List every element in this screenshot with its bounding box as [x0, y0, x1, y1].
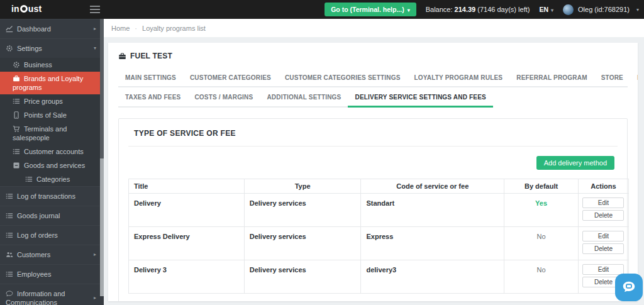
chevron-right-icon: ▸ — [94, 250, 96, 259]
column-header-title: Title — [129, 179, 245, 194]
by-default-value: Yes — [535, 199, 547, 207]
sidebar-scrollbar[interactable] — [100, 19, 104, 296]
delete-button[interactable]: Delete — [582, 210, 624, 221]
column-header-code-of-service-or-fee: Code of service or fee — [361, 179, 504, 194]
sidebar-item-label: Log of transactions — [17, 192, 75, 200]
sidebar-item-label: Customer accounts — [24, 148, 84, 155]
add-delivery-method-button[interactable]: Add delivery method — [536, 156, 614, 170]
cell-by-default: Yes — [504, 194, 579, 227]
sidebar-item-terminals-and-salespeople[interactable]: Terminals and salespeople — [0, 122, 100, 145]
mobile-icon — [13, 111, 20, 119]
tab-message-templates[interactable]: MESSAGE TEMPLATES — [630, 69, 638, 86]
breadcrumb-separator: · — [135, 25, 137, 32]
sidebar-item-points-of-sale[interactable]: Points of Sale — [0, 108, 100, 122]
logo-text-prefix: in — [11, 4, 19, 14]
sidebar-item-business[interactable]: Business — [0, 58, 100, 72]
list-icon — [6, 270, 13, 278]
tab-store[interactable]: STORE — [594, 69, 630, 86]
table-row: Express DeliveryDelivery servicesExpress… — [129, 227, 629, 260]
tab-customer-categories-settings[interactable]: CUSTOMER CATEGORIES SETTINGS — [278, 69, 408, 86]
balance-value: 214.39 — [455, 6, 476, 13]
balance-display: Balance: 214.39 (7146 day(s) left) — [426, 6, 530, 13]
speech-icon — [6, 290, 13, 297]
sidebar-item-label: Information and Communications — [6, 290, 65, 305]
sidebar-item-customers[interactable]: Customers▸ — [0, 245, 100, 264]
sidebar-item-dashboard[interactable]: Dashboard▸ — [0, 19, 100, 38]
sidebar-item-settings[interactable]: Settings▾ — [0, 38, 100, 58]
sidebar-item-log-of-orders[interactable]: Log of orders — [0, 225, 100, 245]
tab-referral-program[interactable]: REFERRAL PROGRAM — [509, 69, 594, 86]
main-content: Home · Loyalty programs list FUEL TEST M… — [104, 19, 644, 305]
chevron-down-icon: ▾ — [94, 44, 96, 53]
table-row: Delivery 3Delivery servicesdelivery3NoEd… — [129, 260, 629, 294]
menu-toggle-icon[interactable] — [90, 6, 100, 13]
box-icon — [13, 162, 20, 169]
table-row: DeliveryDelivery servicesStandartYesEdit… — [129, 194, 629, 227]
sidebar-item-label: Terminals and salespeople — [13, 125, 67, 141]
sidebar-item-brands-and-loyalty-programs[interactable]: Brands and Loyalty programs — [0, 72, 100, 94]
cell-actions: EditDelete — [578, 227, 628, 260]
sidebar-item-label: Goods journal — [17, 212, 60, 219]
tab-delivery-service-settings-and-fees[interactable]: DELIVERY SERVICE SETTINGS AND FEES — [348, 89, 493, 108]
cell-title: Express Delivery — [129, 227, 245, 260]
gear-icon — [6, 45, 13, 52]
sidebar-item-goods-and-services[interactable]: Goods and services — [0, 158, 100, 172]
program-card: FUEL TEST MAIN SETTINGSCUSTOMER CATEGORI… — [108, 43, 638, 301]
sidebar-item-price-groups[interactable]: Price groups — [0, 94, 100, 108]
sidebar-item-customer-accounts[interactable]: Customer accounts — [0, 145, 100, 158]
edit-button[interactable]: Edit — [582, 264, 624, 275]
sidebar-item-employees[interactable]: Employees — [0, 264, 100, 284]
cell-actions: EditDelete — [578, 194, 628, 227]
tab-customer-categories[interactable]: CUSTOMER CATEGORIES — [183, 69, 278, 86]
delete-button[interactable]: Delete — [582, 243, 624, 254]
delivery-methods-table: TitleTypeCode of service or feeBy defaul… — [128, 179, 629, 294]
breadcrumb: Home · Loyalty programs list — [104, 19, 644, 37]
sidebar-item-categories[interactable]: Categories — [0, 172, 100, 186]
user-menu[interactable]: Oleg (id:768291) ▾ — [563, 4, 639, 15]
chat-widget-button[interactable] — [615, 274, 643, 301]
cell-code: Standart — [361, 194, 504, 227]
users-icon — [6, 251, 13, 258]
list-icon — [6, 192, 13, 200]
sidebar-item-label: Customers — [17, 251, 50, 258]
by-default-value: No — [537, 266, 546, 274]
cell-title: Delivery 3 — [129, 260, 245, 294]
chevron-down-icon: ▾ — [408, 8, 410, 13]
tab-main-settings[interactable]: MAIN SETTINGS — [118, 69, 183, 86]
scrollbar-thumb[interactable] — [100, 19, 104, 158]
edit-button[interactable]: Edit — [582, 197, 624, 208]
language-selector[interactable]: EN▾ — [539, 6, 553, 13]
cell-type: Delivery services — [244, 260, 361, 294]
sidebar-item-label: Goods and services — [24, 162, 85, 169]
go-to-terminal-button[interactable]: Go to (Terminal. help...)▾ — [325, 3, 416, 16]
page-title: FUEL TEST — [118, 52, 628, 60]
sidebar-item-label: Brands and Loyalty programs — [13, 75, 83, 91]
chevron-down-icon: ▾ — [636, 7, 639, 13]
tab-taxes-and-fees[interactable]: TAXES AND FEES — [118, 89, 187, 108]
tab-loyalty-program-rules[interactable]: LOYALTY PROGRAM RULES — [408, 69, 510, 86]
chart-icon — [6, 25, 13, 33]
tab-costs-margins[interactable]: COSTS / MARGINS — [187, 89, 260, 108]
cell-type: Delivery services — [244, 227, 361, 260]
cell-type: Delivery services — [244, 194, 361, 227]
chevron-right-icon: ▸ — [94, 25, 96, 33]
sidebar-item-label: Dashboard — [17, 25, 51, 33]
briefcase-icon — [13, 75, 20, 82]
sidebar-item-label: Employees — [17, 270, 51, 278]
divider — [128, 146, 618, 147]
sidebar-item-log-of-transactions[interactable]: Log of transactions — [0, 186, 100, 206]
sidebar-item-goods-journal[interactable]: Goods journal — [0, 206, 100, 225]
cart-icon — [13, 125, 20, 133]
cell-by-default: No — [504, 227, 579, 260]
breadcrumb-current: Loyalty programs list — [142, 25, 206, 32]
sidebar-item-label: Points of Sale — [24, 111, 67, 119]
briefcase-icon — [118, 52, 126, 60]
breadcrumb-home[interactable]: Home — [111, 25, 130, 32]
column-header-by-default: By default — [504, 179, 579, 194]
tab-additional-settings[interactable]: ADDITIONAL SETTINGS — [260, 89, 348, 108]
tab-row-primary: MAIN SETTINGSCUSTOMER CATEGORIESCUSTOMER… — [118, 69, 628, 87]
edit-button[interactable]: Edit — [582, 231, 624, 241]
sidebar-item-information-and-communications[interactable]: Information and Communications▸ — [0, 284, 100, 305]
list-icon — [25, 175, 33, 183]
cell-code: delivery3 — [361, 260, 504, 294]
